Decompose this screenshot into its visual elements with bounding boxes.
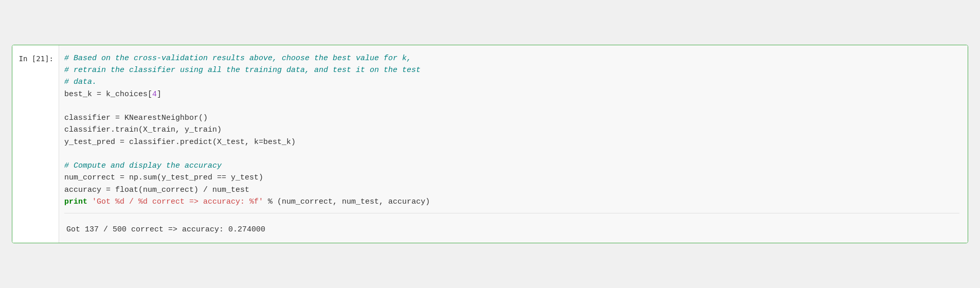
code-line-classifier-init: classifier = KNearestNeighbor(): [64, 114, 208, 122]
print-keyword: print: [64, 197, 87, 206]
code-line-accuracy: accuracy = float(num_correct) / num_test: [64, 186, 249, 194]
code-line-best-k: best_k = k_choices[4]: [64, 90, 161, 99]
comment-line-3: # data.: [64, 78, 97, 86]
cell-label: In [21]:: [12, 45, 59, 243]
notebook-cell: In [21]: # Based on the cross-validation…: [12, 45, 968, 244]
comment-line-4: # Compute and display the accuracy: [64, 161, 222, 170]
output-divider: [64, 213, 959, 213]
code-line-train: classifier.train(X_train, y_train): [64, 125, 222, 134]
cell-content: # Based on the cross-validation results …: [59, 45, 968, 243]
code-line-predict: y_test_pred = classifier.predict(X_test,…: [64, 138, 296, 147]
number-4: 4: [152, 90, 157, 99]
code-line-num-correct: num_correct = np.sum(y_test_pred == y_te…: [64, 173, 263, 182]
print-operator: % (num_correct, num_test, accuracy): [263, 197, 430, 206]
comment-line-1: # Based on the cross-validation results …: [64, 54, 411, 63]
print-string: 'Got %d / %d correct => accuracy: %f': [87, 197, 263, 206]
comment-line-2: # retrain the classifier using all the t…: [64, 66, 421, 75]
code-block: # Based on the cross-validation results …: [64, 52, 959, 208]
output-block: Got 137 / 500 correct => accuracy: 0.274…: [64, 218, 959, 236]
